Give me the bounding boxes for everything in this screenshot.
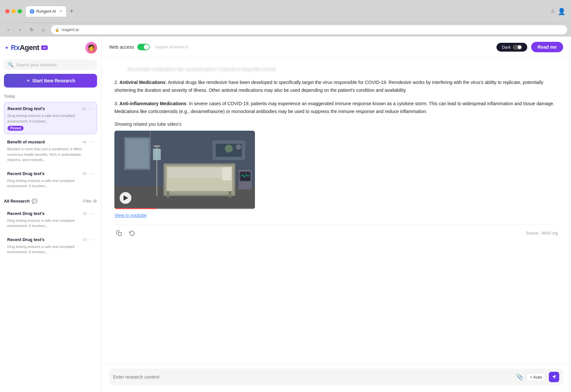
section-3-text: 3. Anti-inflammatory Medications: In sev… bbox=[114, 100, 558, 116]
auto-label: Auto bbox=[533, 375, 542, 380]
research-item-time: 1d bbox=[83, 211, 87, 215]
section-3-title: Anti-inflammatory Medications bbox=[120, 101, 187, 106]
main-content: Web access rxagent.ai/research Dark Read… bbox=[101, 37, 571, 392]
research-item[interactable]: Benefit of mustard 4h ⋯ Mustard is more … bbox=[4, 136, 97, 166]
youtube-section-label: Showing related you tube video's bbox=[114, 122, 558, 127]
blurred-text: the-counter medications like acetaminoph… bbox=[127, 66, 545, 74]
back-button[interactable]: ‹ bbox=[4, 25, 12, 34]
video-progress-fill bbox=[114, 208, 157, 209]
dark-toggle-switch bbox=[513, 45, 522, 50]
research-item-time: 6h bbox=[83, 172, 87, 175]
search-placeholder: Search your research bbox=[16, 62, 57, 67]
svg-rect-12 bbox=[168, 168, 229, 178]
today-label: Today bbox=[4, 94, 97, 99]
logo-rx: Rx bbox=[11, 43, 20, 52]
svg-point-8 bbox=[236, 144, 241, 150]
dark-mode-label: Dark bbox=[502, 45, 511, 50]
attach-icon[interactable]: 📎 bbox=[516, 373, 523, 381]
browser-nav-icons: ☆ 👤 bbox=[550, 8, 566, 15]
web-access-url: rxagent.ai/research bbox=[155, 45, 189, 49]
refresh-button[interactable]: ↻ bbox=[27, 25, 36, 34]
send-button[interactable] bbox=[549, 372, 559, 382]
research-item-desc: Drug testing ensures a safe and complian… bbox=[8, 113, 93, 124]
forward-button[interactable]: › bbox=[16, 25, 24, 34]
web-access-area: Web access rxagent.ai/research bbox=[109, 44, 189, 50]
svg-rect-15 bbox=[229, 191, 231, 198]
research-item-time: 1d bbox=[83, 237, 87, 241]
play-button[interactable] bbox=[120, 192, 131, 204]
avatar[interactable]: 🧑 bbox=[85, 42, 97, 54]
blurred-content: the-counter medications like acetaminoph… bbox=[114, 66, 558, 79]
content-area: the-counter medications like acetaminoph… bbox=[101, 58, 571, 364]
top-bar: Web access rxagent.ai/research Dark Read… bbox=[101, 37, 571, 58]
more-options-icon[interactable]: ⋯ bbox=[89, 139, 94, 145]
address-bar[interactable]: 🔒 rxagent.ai bbox=[51, 25, 567, 34]
top-bar-right: Dark Read me bbox=[496, 42, 563, 52]
svg-rect-18 bbox=[153, 149, 161, 160]
research-item[interactable]: Recent Drug test's 2h ⋯ Drug testing ens… bbox=[4, 102, 97, 134]
chat-icon: 💬 bbox=[32, 199, 37, 204]
refresh-button[interactable] bbox=[127, 229, 137, 238]
close-button[interactable] bbox=[5, 9, 9, 13]
dark-mode-button[interactable]: Dark bbox=[496, 43, 527, 52]
sparkle-icon: ✦ bbox=[5, 45, 9, 51]
toggle-knob bbox=[144, 44, 149, 50]
new-research-label: Start New Research bbox=[32, 78, 76, 83]
action-icons bbox=[114, 229, 137, 238]
section-2-title: Antiviral Medications bbox=[120, 80, 166, 85]
more-options-icon[interactable]: ⋯ bbox=[89, 237, 94, 243]
copy-button[interactable] bbox=[114, 229, 124, 238]
research-item-desc: Drug testing ensures a safe and complian… bbox=[7, 244, 94, 255]
home-button[interactable]: ⌂ bbox=[39, 25, 48, 34]
research-item-time: 4h bbox=[83, 140, 87, 144]
ai-badge: AI bbox=[41, 45, 48, 50]
app-container: ✦ RxAgent AI 🧑 🔍 Search your research ＋ … bbox=[0, 37, 571, 392]
input-bar: 📎 ▾ Auto bbox=[101, 364, 571, 392]
research-item-desc: Drug testing ensures a safe and complian… bbox=[7, 218, 94, 229]
tab-close-icon[interactable]: ✕ bbox=[59, 9, 62, 13]
research-input[interactable] bbox=[113, 374, 513, 380]
profile-icon[interactable]: 👤 bbox=[558, 8, 566, 15]
video-progress-bar bbox=[114, 208, 255, 209]
new-tab-button[interactable]: + bbox=[70, 8, 74, 15]
section-2-body: : Antiviral drugs like remdesivir have b… bbox=[114, 80, 543, 93]
all-research-header: All Research 💬 Filter ⚙ bbox=[4, 199, 97, 204]
research-item-time: 2h bbox=[82, 107, 86, 111]
research-item-desc: Mustard is more than just a condiment; i… bbox=[7, 146, 94, 163]
dark-toggle-knob bbox=[518, 45, 521, 49]
source-text: Source : WHO org bbox=[526, 231, 558, 236]
auto-button[interactable]: ▾ Auto bbox=[527, 373, 546, 381]
star-icon[interactable]: ☆ bbox=[550, 8, 555, 14]
minimize-button[interactable] bbox=[11, 9, 16, 13]
view-youtube-link[interactable]: View in youtube bbox=[114, 213, 147, 218]
research-item[interactable]: Recent Drug test's 6h ⋯ Drug testing ens… bbox=[4, 167, 97, 192]
research-item[interactable]: Recent Drug test's 1d ⋯ Drug testing ens… bbox=[4, 207, 97, 232]
more-options-icon[interactable]: ⋯ bbox=[88, 106, 93, 112]
plus-icon: ＋ bbox=[26, 78, 30, 84]
filter-button[interactable]: Filter ⚙ bbox=[83, 199, 97, 204]
filter-label: Filter bbox=[83, 199, 92, 204]
tab-bar: G RxAgent AI ✕ + bbox=[26, 6, 546, 17]
research-item-desc: Drug testing ensures a safe and complian… bbox=[7, 178, 94, 189]
research-item-title: Recent Drug test's bbox=[8, 106, 45, 111]
action-bar: Source : WHO org bbox=[114, 224, 558, 242]
section-3-number: 3. bbox=[114, 101, 118, 106]
more-options-icon[interactable]: ⋯ bbox=[89, 210, 94, 217]
svg-rect-4 bbox=[126, 139, 149, 168]
new-research-button[interactable]: ＋ Start New Research bbox=[4, 74, 97, 88]
active-tab[interactable]: G RxAgent AI ✕ bbox=[26, 6, 66, 17]
read-me-button[interactable]: Read me bbox=[531, 42, 563, 52]
research-item[interactable]: Recent Drug test's 1d ⋯ Drug testing ens… bbox=[4, 233, 97, 258]
input-inner: 📎 ▾ Auto bbox=[109, 368, 563, 385]
web-access-toggle[interactable] bbox=[137, 44, 150, 50]
video-thumbnail[interactable] bbox=[114, 131, 255, 209]
more-options-icon[interactable]: ⋯ bbox=[89, 171, 94, 177]
search-bar[interactable]: 🔍 Search your research bbox=[4, 59, 97, 70]
traffic-lights bbox=[5, 9, 22, 13]
maximize-button[interactable] bbox=[18, 9, 22, 13]
tab-title: RxAgent AI bbox=[36, 9, 56, 14]
sidebar: ✦ RxAgent AI 🧑 🔍 Search your research ＋ … bbox=[0, 37, 101, 392]
research-item-title: Benefit of mustard bbox=[7, 139, 45, 144]
lock-icon: 🔒 bbox=[55, 28, 59, 32]
svg-rect-13 bbox=[222, 167, 231, 180]
